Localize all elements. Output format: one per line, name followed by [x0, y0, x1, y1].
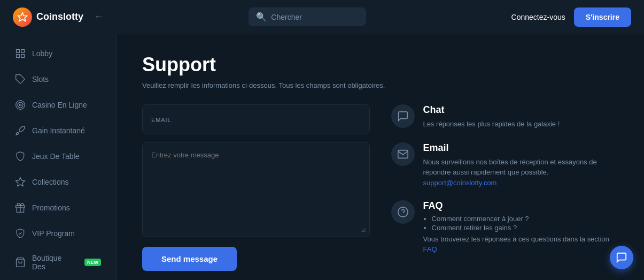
star-icon — [15, 177, 26, 187]
chat-description: Les réponses les plus rapides de la gala… — [423, 119, 560, 130]
faq-title: FAQ — [423, 200, 619, 211]
header-right: Connectez-vous S'inscrire — [511, 7, 631, 27]
email-title: Email — [423, 142, 619, 154]
support-layout: ⊿ Send message Chat Les réponses les plu… — [142, 104, 618, 271]
svg-rect-2 — [21, 50, 25, 53]
back-button[interactable]: ← — [94, 11, 104, 22]
svg-point-7 — [18, 102, 23, 108]
faq-icon-circle — [391, 200, 415, 224]
search-input[interactable] — [271, 13, 359, 21]
chat-bubble-icon — [397, 110, 409, 122]
sidebar-item-collections[interactable]: Collections — [4, 170, 112, 194]
email-link[interactable]: support@coinslotty.com — [423, 179, 497, 187]
question-icon — [397, 206, 409, 218]
sidebar-label-collections: Collections — [32, 178, 68, 186]
shield2-icon — [15, 228, 26, 239]
resize-handle: ⊿ — [361, 226, 366, 233]
rocket-icon — [15, 125, 26, 136]
info-card-faq: FAQ Comment commencer à jouer ? Comment … — [391, 200, 619, 255]
sidebar-item-jeux[interactable]: Jeux De Table — [4, 145, 112, 168]
svg-marker-0 — [18, 12, 27, 21]
svg-rect-4 — [21, 55, 25, 58]
message-textarea-wrap[interactable]: ⊿ — [142, 142, 370, 237]
sidebar-label-vip: VIP Program — [32, 229, 75, 238]
target-icon — [15, 100, 26, 110]
svg-point-6 — [16, 101, 25, 110]
sidebar-item-casino[interactable]: Casino En Ligne — [4, 93, 112, 117]
main: Lobby Slots Casino En Ligne Gain Instant… — [0, 34, 644, 280]
faq-list: Comment commencer à jouer ? Comment reti… — [432, 215, 619, 232]
chat-card-body: Chat Les réponses les plus rapides de la… — [423, 104, 560, 130]
info-card-email: Email Nous surveillons nos boîtes de réc… — [391, 142, 619, 187]
sidebar-item-vip[interactable]: VIP Program — [4, 222, 112, 245]
sidebar-item-gain[interactable]: Gain Instantané — [4, 119, 112, 142]
faq-footer: Vous trouverez les réponses à ces questi… — [423, 234, 619, 255]
svg-point-13 — [398, 207, 407, 216]
sidebar-label-lobby: Lobby — [32, 49, 52, 58]
chat-title: Chat — [423, 104, 560, 116]
svg-rect-1 — [17, 50, 20, 53]
grid-icon — [15, 48, 26, 59]
sidebar-label-jeux: Jeux De Table — [32, 152, 79, 161]
form-section: ⊿ Send message — [142, 104, 370, 271]
new-badge: NEW — [84, 259, 101, 266]
email-icon-circle — [391, 142, 415, 166]
email-description: Nous surveillons nos boîtes de réception… — [423, 157, 619, 178]
chat-icon-circle — [391, 104, 415, 128]
message-textarea[interactable] — [151, 151, 361, 226]
search-bar: 🔍 — [249, 7, 366, 26]
email-field[interactable] — [151, 116, 361, 124]
info-section: Chat Les réponses les plus rapides de la… — [391, 104, 619, 271]
gift-icon — [15, 202, 26, 213]
tag-icon — [15, 74, 26, 85]
email-input-wrap[interactable] — [142, 104, 370, 134]
svg-rect-3 — [17, 55, 20, 58]
sidebar: Lobby Slots Casino En Ligne Gain Instant… — [0, 34, 117, 280]
sidebar-item-lobby[interactable]: Lobby — [4, 42, 112, 65]
logo-text: Coinslotty — [36, 11, 83, 22]
sidebar-label-slots: Slots — [32, 75, 49, 84]
logo-icon — [13, 7, 32, 27]
sidebar-label-promotions: Promotions — [32, 203, 70, 212]
logo-area: Coinslotty ← — [13, 7, 104, 27]
info-card-chat: Chat Les réponses les plus rapides de la… — [391, 104, 619, 130]
envelope-icon — [397, 148, 409, 160]
svg-point-8 — [19, 104, 21, 105]
register-button[interactable]: S'inscrire — [574, 7, 631, 27]
sidebar-label-gain: Gain Instantané — [32, 126, 85, 135]
connect-button[interactable]: Connectez-vous — [511, 13, 565, 21]
email-card-body: Email Nous surveillons nos boîtes de réc… — [423, 142, 619, 187]
faq-item-2: Comment retirer les gains ? — [432, 224, 619, 232]
faq-item-1: Comment commencer à jouer ? — [432, 215, 619, 223]
page-subtitle: Veuillez remplir les informations ci-des… — [142, 81, 618, 89]
page-title: Support — [142, 54, 618, 76]
chat-bubble-widget-icon — [616, 252, 627, 263]
sidebar-item-boutique[interactable]: Boutique Des NEW — [4, 247, 112, 277]
svg-marker-9 — [16, 178, 25, 186]
shield-icon — [15, 151, 26, 162]
faq-link[interactable]: FAQ — [423, 245, 437, 253]
chat-bubble-button[interactable] — [610, 246, 633, 269]
sidebar-label-boutique: Boutique Des — [32, 254, 76, 271]
sidebar-label-casino: Casino En Ligne — [32, 101, 87, 109]
sidebar-item-promotions[interactable]: Promotions — [4, 196, 112, 220]
header: Coinslotty ← 🔍 Connectez-vous S'inscrire — [0, 0, 644, 34]
send-button[interactable]: Send message — [142, 247, 237, 271]
search-icon: 🔍 — [256, 12, 267, 22]
shop-icon — [15, 257, 26, 268]
sidebar-item-slots[interactable]: Slots — [4, 67, 112, 91]
content: Support Veuillez remplir les information… — [117, 34, 644, 280]
faq-card-body: FAQ Comment commencer à jouer ? Comment … — [423, 200, 619, 255]
